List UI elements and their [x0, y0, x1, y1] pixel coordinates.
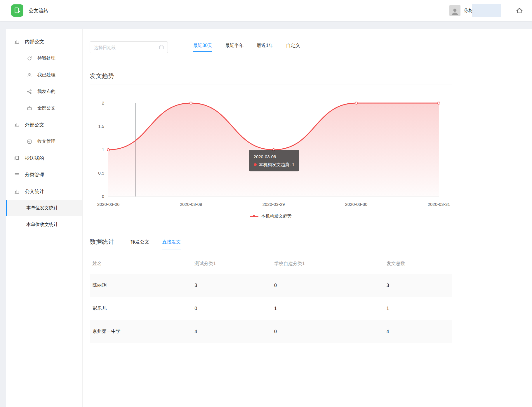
sidebar-item-label: 分类管理: [25, 172, 44, 178]
sidebar: 内部公文 待我处理 我已处理 我发布的 全部公文 外部公文 收文管理 抄送我的: [6, 29, 82, 407]
col-name: 姓名: [90, 253, 191, 274]
sidebar-item-doc-stats[interactable]: 公文统计: [6, 183, 82, 200]
table-cell: 4: [383, 320, 452, 343]
stats-title: 数据统计: [90, 238, 114, 250]
sidebar-item-label: 外部公文: [25, 122, 44, 128]
tab-last-half-year[interactable]: 最近半年: [225, 43, 244, 52]
sidebar-item-all-docs[interactable]: 全部公文: [6, 100, 82, 116]
table-cell: 1: [383, 297, 452, 320]
table-row: 陈丽玥303: [90, 274, 452, 297]
trend-title: 发文趋势: [90, 72, 114, 84]
svg-text:2020-03-09: 2020-03-09: [180, 202, 202, 207]
svg-text:2020-03-29: 2020-03-29: [262, 202, 285, 207]
tab-last-30-days[interactable]: 最近30天: [193, 43, 212, 52]
table-cell: 0: [191, 297, 271, 320]
trend-chart-svg[interactable]: 00.511.522020-03-062020-03-092020-03-292…: [90, 94, 452, 215]
svg-text:2020-03-06: 2020-03-06: [97, 202, 120, 207]
table-row: 彭乐凡011: [90, 297, 452, 320]
col-total-sent: 发文总数: [383, 253, 452, 274]
share-icon: [27, 89, 32, 94]
table-cell: 陈丽玥: [90, 274, 191, 297]
stats-table: 姓名 测试分类1 学校自建分类1 发文总数 陈丽玥303彭乐凡011京州第一中学…: [90, 253, 452, 343]
table-row: 京州第一中学404: [90, 320, 452, 343]
svg-text:2020-03-31: 2020-03-31: [428, 202, 450, 207]
sidebar-item-published[interactable]: 我发布的: [6, 83, 82, 100]
table-cell: 0: [271, 320, 383, 343]
sidebar-item-received-docs[interactable]: 收文管理: [6, 133, 82, 150]
svg-text:0: 0: [102, 194, 104, 199]
document-pen-icon: [13, 7, 21, 14]
col-school-category-1: 学校自建分类1: [271, 253, 383, 274]
tab-last-year[interactable]: 最近1年: [257, 43, 273, 52]
briefcase-icon: [27, 106, 32, 111]
trend-section-head: 发文趋势: [90, 72, 452, 84]
sidebar-item-processed[interactable]: 我已处理: [6, 67, 82, 83]
redacted-username: [472, 4, 501, 17]
app-title: 公文流转: [29, 7, 48, 14]
tab-direct-docs[interactable]: 直接发文: [162, 239, 181, 250]
list-icon: [14, 172, 20, 178]
sidebar-item-pending[interactable]: 待我处理: [6, 50, 82, 67]
svg-text:0.5: 0.5: [98, 171, 104, 175]
sidebar-item-cc-me[interactable]: 抄送我的: [6, 150, 82, 166]
filter-row: 最近30天 最近半年 最近1年 自定义: [90, 41, 452, 53]
table-cell: 0: [271, 274, 383, 297]
legend-line-icon: [250, 216, 258, 217]
sidebar-item-label: 我发布的: [37, 88, 55, 95]
table-cell: 3: [383, 274, 452, 297]
chart-legend[interactable]: 本机构发文趋势: [90, 213, 452, 219]
sidebar-item-label: 全部公文: [37, 105, 55, 111]
home-icon: [516, 7, 523, 14]
page-body: 内部公文 待我处理 我已处理 我发布的 全部公文 外部公文 收文管理 抄送我的: [0, 21, 532, 407]
svg-text:2020-03-30: 2020-03-30: [345, 202, 368, 207]
bar-chart-icon: [14, 189, 20, 194]
sidebar-item-unit-received-stats[interactable]: 本单位收文统计: [6, 216, 82, 233]
date-range-picker[interactable]: [90, 41, 168, 53]
sidebar-item-label: 本单位发文统计: [26, 205, 58, 211]
tab-custom-range[interactable]: 自定义: [286, 43, 300, 52]
stats-section-head: 数据统计 转发公文 直接发文: [90, 238, 452, 250]
person-icon: [451, 7, 459, 16]
main-content: 最近30天 最近半年 最近1年 自定义 发文趋势 00.511.522020-0…: [82, 29, 532, 407]
sidebar-item-external-docs[interactable]: 外部公文: [6, 116, 82, 133]
sidebar-item-internal-docs[interactable]: 内部公文: [6, 33, 82, 50]
sync-icon: [27, 56, 32, 61]
table-cell: 3: [191, 274, 271, 297]
copy-icon: [14, 155, 20, 161]
header-right: 你好: [449, 4, 524, 17]
avatar[interactable]: [449, 5, 460, 16]
date-range-input[interactable]: [93, 45, 159, 50]
check-square-icon: [27, 139, 32, 144]
app-header: 公文流转 你好: [0, 0, 532, 21]
stats-table-body: 陈丽玥303彭乐凡011京州第一中学404: [90, 274, 452, 343]
sidebar-item-label: 我已处理: [37, 72, 55, 78]
table-cell: 彭乐凡: [90, 297, 191, 320]
table-cell: 4: [191, 320, 271, 343]
table-cell: 京州第一中学: [90, 320, 191, 343]
tab-forwarded-docs[interactable]: 转发公文: [131, 239, 149, 250]
bar-chart-icon: [14, 39, 20, 44]
calendar-icon[interactable]: [159, 45, 164, 50]
app-logo: [11, 4, 23, 17]
sidebar-item-label: 公文统计: [25, 188, 44, 195]
sidebar-item-label: 收文管理: [37, 138, 55, 145]
legend-label: 本机构发文趋势: [261, 213, 292, 219]
sidebar-item-unit-sent-stats[interactable]: 本单位发文统计: [6, 200, 82, 216]
home-button[interactable]: [514, 6, 524, 15]
user-icon: [27, 72, 32, 78]
stats-tabs: 转发公文 直接发文: [131, 239, 181, 250]
svg-text:1.5: 1.5: [98, 124, 104, 129]
table-header-row: 姓名 测试分类1 学校自建分类1 发文总数: [90, 253, 452, 274]
svg-text:1: 1: [102, 147, 104, 152]
sidebar-item-category-mgmt[interactable]: 分类管理: [6, 166, 82, 183]
sidebar-item-label: 本单位收文统计: [26, 222, 58, 228]
header-divider: [508, 6, 508, 15]
sidebar-item-label: 待我处理: [37, 55, 55, 61]
sidebar-item-label: 内部公文: [25, 39, 44, 45]
svg-text:2: 2: [102, 100, 104, 105]
date-quick-tabs: 最近30天 最近半年 最近1年 自定义: [193, 43, 300, 52]
col-test-category-1: 测试分类1: [191, 253, 271, 274]
bar-chart-icon: [14, 122, 20, 128]
table-cell: 1: [271, 297, 383, 320]
trend-chart-wrap: 00.511.522020-03-062020-03-092020-03-292…: [90, 94, 452, 219]
